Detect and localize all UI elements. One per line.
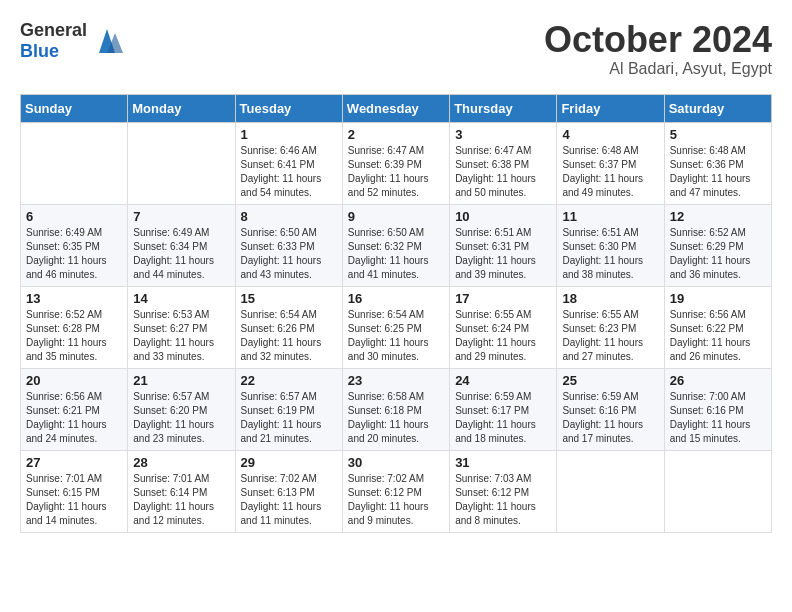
calendar-cell: 30Sunrise: 7:02 AMSunset: 6:12 PMDayligh… [342, 450, 449, 532]
day-number: 8 [241, 209, 337, 224]
day-header-tuesday: Tuesday [235, 94, 342, 122]
day-number: 23 [348, 373, 444, 388]
calendar-cell: 8Sunrise: 6:50 AMSunset: 6:33 PMDaylight… [235, 204, 342, 286]
calendar-cell: 11Sunrise: 6:51 AMSunset: 6:30 PMDayligh… [557, 204, 664, 286]
calendar-cell [128, 122, 235, 204]
calendar-cell: 12Sunrise: 6:52 AMSunset: 6:29 PMDayligh… [664, 204, 771, 286]
day-number: 31 [455, 455, 551, 470]
day-info: Sunrise: 6:52 AMSunset: 6:29 PMDaylight:… [670, 226, 766, 282]
day-header-sunday: Sunday [21, 94, 128, 122]
day-info: Sunrise: 6:46 AMSunset: 6:41 PMDaylight:… [241, 144, 337, 200]
calendar-cell: 28Sunrise: 7:01 AMSunset: 6:14 PMDayligh… [128, 450, 235, 532]
day-info: Sunrise: 6:55 AMSunset: 6:23 PMDaylight:… [562, 308, 658, 364]
day-number: 11 [562, 209, 658, 224]
day-number: 26 [670, 373, 766, 388]
day-number: 4 [562, 127, 658, 142]
day-info: Sunrise: 7:01 AMSunset: 6:14 PMDaylight:… [133, 472, 229, 528]
day-info: Sunrise: 6:56 AMSunset: 6:21 PMDaylight:… [26, 390, 122, 446]
calendar-cell: 15Sunrise: 6:54 AMSunset: 6:26 PMDayligh… [235, 286, 342, 368]
day-header-thursday: Thursday [450, 94, 557, 122]
week-row-2: 6Sunrise: 6:49 AMSunset: 6:35 PMDaylight… [21, 204, 772, 286]
day-info: Sunrise: 6:49 AMSunset: 6:34 PMDaylight:… [133, 226, 229, 282]
day-info: Sunrise: 6:57 AMSunset: 6:19 PMDaylight:… [241, 390, 337, 446]
day-number: 12 [670, 209, 766, 224]
day-header-friday: Friday [557, 94, 664, 122]
calendar-cell: 17Sunrise: 6:55 AMSunset: 6:24 PMDayligh… [450, 286, 557, 368]
calendar-cell: 5Sunrise: 6:48 AMSunset: 6:36 PMDaylight… [664, 122, 771, 204]
calendar-cell: 27Sunrise: 7:01 AMSunset: 6:15 PMDayligh… [21, 450, 128, 532]
calendar-cell: 1Sunrise: 6:46 AMSunset: 6:41 PMDaylight… [235, 122, 342, 204]
day-header-monday: Monday [128, 94, 235, 122]
day-number: 27 [26, 455, 122, 470]
day-info: Sunrise: 6:53 AMSunset: 6:27 PMDaylight:… [133, 308, 229, 364]
logo-blue: Blue [20, 41, 59, 61]
day-number: 14 [133, 291, 229, 306]
day-info: Sunrise: 6:47 AMSunset: 6:38 PMDaylight:… [455, 144, 551, 200]
header-row: SundayMondayTuesdayWednesdayThursdayFrid… [21, 94, 772, 122]
day-number: 9 [348, 209, 444, 224]
day-header-saturday: Saturday [664, 94, 771, 122]
calendar-table: SundayMondayTuesdayWednesdayThursdayFrid… [20, 94, 772, 533]
calendar-cell: 24Sunrise: 6:59 AMSunset: 6:17 PMDayligh… [450, 368, 557, 450]
page-header: General Blue October 2024 Al Badari, Asy… [20, 20, 772, 78]
day-number: 10 [455, 209, 551, 224]
calendar-cell: 21Sunrise: 6:57 AMSunset: 6:20 PMDayligh… [128, 368, 235, 450]
week-row-3: 13Sunrise: 6:52 AMSunset: 6:28 PMDayligh… [21, 286, 772, 368]
logo: General Blue [20, 20, 123, 62]
calendar-cell: 26Sunrise: 7:00 AMSunset: 6:16 PMDayligh… [664, 368, 771, 450]
calendar-cell: 9Sunrise: 6:50 AMSunset: 6:32 PMDaylight… [342, 204, 449, 286]
day-info: Sunrise: 6:59 AMSunset: 6:16 PMDaylight:… [562, 390, 658, 446]
calendar-cell: 22Sunrise: 6:57 AMSunset: 6:19 PMDayligh… [235, 368, 342, 450]
day-info: Sunrise: 6:51 AMSunset: 6:31 PMDaylight:… [455, 226, 551, 282]
day-number: 1 [241, 127, 337, 142]
day-info: Sunrise: 6:54 AMSunset: 6:26 PMDaylight:… [241, 308, 337, 364]
calendar-cell: 31Sunrise: 7:03 AMSunset: 6:12 PMDayligh… [450, 450, 557, 532]
week-row-1: 1Sunrise: 6:46 AMSunset: 6:41 PMDaylight… [21, 122, 772, 204]
day-info: Sunrise: 6:47 AMSunset: 6:39 PMDaylight:… [348, 144, 444, 200]
day-number: 7 [133, 209, 229, 224]
day-number: 24 [455, 373, 551, 388]
day-info: Sunrise: 6:56 AMSunset: 6:22 PMDaylight:… [670, 308, 766, 364]
day-info: Sunrise: 6:55 AMSunset: 6:24 PMDaylight:… [455, 308, 551, 364]
calendar-cell [664, 450, 771, 532]
day-info: Sunrise: 6:48 AMSunset: 6:37 PMDaylight:… [562, 144, 658, 200]
day-number: 15 [241, 291, 337, 306]
calendar-cell: 29Sunrise: 7:02 AMSunset: 6:13 PMDayligh… [235, 450, 342, 532]
calendar-cell: 7Sunrise: 6:49 AMSunset: 6:34 PMDaylight… [128, 204, 235, 286]
day-info: Sunrise: 7:00 AMSunset: 6:16 PMDaylight:… [670, 390, 766, 446]
logo-text: General Blue [20, 20, 87, 62]
day-number: 29 [241, 455, 337, 470]
week-row-4: 20Sunrise: 6:56 AMSunset: 6:21 PMDayligh… [21, 368, 772, 450]
day-number: 17 [455, 291, 551, 306]
day-number: 18 [562, 291, 658, 306]
day-number: 22 [241, 373, 337, 388]
day-number: 5 [670, 127, 766, 142]
day-info: Sunrise: 6:52 AMSunset: 6:28 PMDaylight:… [26, 308, 122, 364]
logo-icon [91, 25, 123, 57]
day-number: 28 [133, 455, 229, 470]
day-number: 30 [348, 455, 444, 470]
calendar-cell [21, 122, 128, 204]
day-number: 16 [348, 291, 444, 306]
logo-general: General [20, 20, 87, 40]
day-number: 13 [26, 291, 122, 306]
day-number: 25 [562, 373, 658, 388]
day-info: Sunrise: 6:49 AMSunset: 6:35 PMDaylight:… [26, 226, 122, 282]
day-info: Sunrise: 6:59 AMSunset: 6:17 PMDaylight:… [455, 390, 551, 446]
title-block: October 2024 Al Badari, Asyut, Egypt [544, 20, 772, 78]
day-info: Sunrise: 7:02 AMSunset: 6:13 PMDaylight:… [241, 472, 337, 528]
day-number: 2 [348, 127, 444, 142]
day-number: 19 [670, 291, 766, 306]
calendar-cell: 14Sunrise: 6:53 AMSunset: 6:27 PMDayligh… [128, 286, 235, 368]
calendar-cell: 23Sunrise: 6:58 AMSunset: 6:18 PMDayligh… [342, 368, 449, 450]
calendar-cell: 16Sunrise: 6:54 AMSunset: 6:25 PMDayligh… [342, 286, 449, 368]
calendar-cell: 25Sunrise: 6:59 AMSunset: 6:16 PMDayligh… [557, 368, 664, 450]
calendar-cell: 3Sunrise: 6:47 AMSunset: 6:38 PMDaylight… [450, 122, 557, 204]
month-title: October 2024 [544, 20, 772, 60]
day-header-wednesday: Wednesday [342, 94, 449, 122]
calendar-cell [557, 450, 664, 532]
calendar-cell: 2Sunrise: 6:47 AMSunset: 6:39 PMDaylight… [342, 122, 449, 204]
day-number: 21 [133, 373, 229, 388]
location-title: Al Badari, Asyut, Egypt [544, 60, 772, 78]
day-number: 3 [455, 127, 551, 142]
